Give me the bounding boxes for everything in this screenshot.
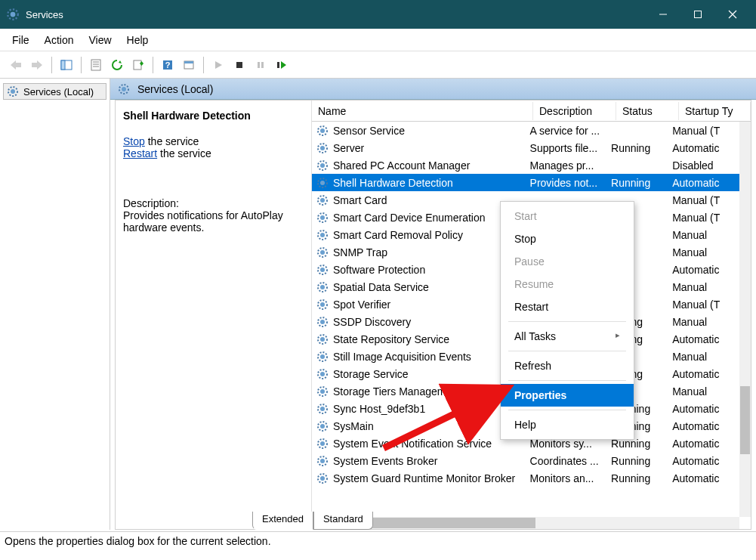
- cell-name: Smart Card Device Enumeration: [330, 212, 527, 224]
- tab-standard[interactable]: Standard: [313, 512, 373, 530]
- cell-startup: Manual: [669, 316, 739, 328]
- tab-extended[interactable]: Extended: [252, 512, 313, 530]
- menu-item-refresh[interactable]: Refresh: [501, 354, 634, 377]
- start-service-button[interactable]: [208, 55, 228, 75]
- gear-icon: [316, 455, 329, 467]
- gear-icon: [316, 299, 329, 311]
- col-description[interactable]: Description: [533, 102, 616, 120]
- cell-status: Running: [608, 142, 669, 154]
- cell-status: Running: [608, 455, 669, 467]
- svg-point-40: [320, 250, 325, 255]
- cell-name: Sensor Service: [330, 125, 527, 137]
- svg-point-52: [320, 354, 325, 359]
- vertical-scrollbar[interactable]: [739, 122, 751, 517]
- svg-rect-17: [236, 62, 242, 68]
- service-row[interactable]: Shared PC Account ManagerManages pr...Di…: [312, 156, 739, 174]
- svg-point-34: [320, 198, 325, 203]
- status-text: Opens the properties dialog box for the …: [5, 535, 271, 547]
- menu-item-restart[interactable]: Restart: [501, 295, 634, 318]
- stop-line: Stop the service: [123, 135, 304, 147]
- gear-icon: [316, 177, 329, 189]
- stop-service-button[interactable]: [230, 55, 249, 75]
- gear-icon: [118, 83, 130, 95]
- menu-divider: [508, 321, 626, 322]
- cell-name: Spatial Data Service: [330, 281, 527, 293]
- cell-name: SysMain: [330, 420, 527, 432]
- gear-icon: [7, 85, 19, 97]
- cell-name: System Event Notification Service: [330, 438, 527, 450]
- export-button[interactable]: [128, 55, 148, 75]
- menu-action[interactable]: Action: [37, 31, 82, 49]
- cell-name: Still Image Acquisition Events: [330, 351, 527, 363]
- context-menu: StartStopPauseResumeRestartAll Tasks▸Ref…: [500, 201, 634, 440]
- cell-startup: Automatic: [669, 472, 739, 484]
- menu-item-help[interactable]: Help: [501, 413, 634, 436]
- gear-icon: [316, 246, 329, 258]
- service-row[interactable]: System Events BrokerCoordinates ...Runni…: [312, 452, 739, 469]
- minimize-button[interactable]: [646, 0, 680, 29]
- tree-root-services-local[interactable]: Services (Local): [3, 83, 106, 100]
- service-row[interactable]: Shell Hardware DetectionProvides not...R…: [312, 174, 739, 191]
- menu-item-properties[interactable]: Properties: [501, 384, 634, 407]
- svg-rect-19: [261, 62, 264, 68]
- menu-divider: [508, 351, 626, 351]
- menu-item-pause: Pause: [501, 250, 634, 273]
- cell-startup: Manual (T: [669, 212, 739, 224]
- cell-startup: Manual (T: [669, 299, 739, 311]
- svg-point-24: [122, 87, 126, 91]
- cell-startup: Automatic: [669, 177, 739, 189]
- cell-startup: Manual: [669, 229, 739, 241]
- panel-header: Services (Local): [110, 79, 756, 100]
- pause-service-button[interactable]: [251, 55, 270, 75]
- restart-link[interactable]: Restart: [123, 147, 157, 159]
- menu-item-start: Start: [501, 205, 634, 227]
- svg-rect-7: [61, 60, 65, 70]
- maximize-button[interactable]: [680, 0, 715, 29]
- show-hide-tree-button[interactable]: [57, 55, 76, 75]
- service-row[interactable]: Sensor ServiceA service for ...Manual (T: [312, 122, 739, 139]
- col-startup[interactable]: Startup Ty: [679, 102, 751, 120]
- menubar: File Action View Help: [0, 29, 756, 51]
- back-button[interactable]: [6, 55, 26, 75]
- svg-point-28: [320, 146, 325, 150]
- svg-rect-12: [134, 60, 141, 70]
- stop-link[interactable]: Stop: [123, 135, 145, 147]
- service-row[interactable]: System Guard Runtime Monitor BrokerMonit…: [312, 469, 739, 487]
- description-label: Description:: [123, 197, 304, 209]
- svg-point-30: [320, 163, 325, 168]
- cell-startup: Disabled: [669, 159, 739, 172]
- menu-help[interactable]: Help: [119, 31, 156, 49]
- forward-button[interactable]: [27, 55, 47, 75]
- svg-point-22: [11, 89, 15, 94]
- horizontal-scrollbar[interactable]: [312, 517, 739, 529]
- menu-item-all-tasks[interactable]: All Tasks▸: [501, 325, 634, 348]
- col-name[interactable]: Name: [312, 102, 533, 120]
- menu-item-stop[interactable]: Stop: [501, 227, 634, 250]
- view-tabs: Extended Standard: [252, 512, 373, 530]
- options-button[interactable]: [179, 55, 199, 75]
- close-button[interactable]: [715, 0, 750, 29]
- service-row[interactable]: ServerSupports file...RunningAutomatic: [312, 139, 739, 156]
- menu-view[interactable]: View: [81, 31, 119, 49]
- svg-point-44: [320, 285, 325, 289]
- gear-icon: [316, 385, 329, 398]
- cell-startup: Manual: [669, 281, 739, 293]
- restart-service-button[interactable]: [272, 55, 292, 75]
- cell-name: Smart Card Removal Policy: [330, 229, 527, 241]
- svg-point-64: [320, 459, 325, 463]
- menu-file[interactable]: File: [5, 31, 37, 49]
- refresh-button[interactable]: [107, 55, 127, 75]
- cell-status: Running: [608, 177, 669, 189]
- cell-name: System Events Broker: [330, 455, 527, 467]
- scrollbar-thumb[interactable]: [740, 386, 750, 454]
- properties-button[interactable]: [86, 55, 106, 75]
- cell-startup: Manual (T: [669, 194, 739, 206]
- cell-description: Manages pr...: [527, 159, 608, 172]
- help-button[interactable]: ?: [158, 55, 177, 75]
- col-status[interactable]: Status: [616, 102, 679, 120]
- gear-icon: [316, 194, 329, 206]
- gear-icon: [316, 351, 329, 363]
- gear-icon: [316, 368, 329, 380]
- svg-point-50: [320, 337, 325, 342]
- cell-name: Storage Service: [330, 368, 527, 380]
